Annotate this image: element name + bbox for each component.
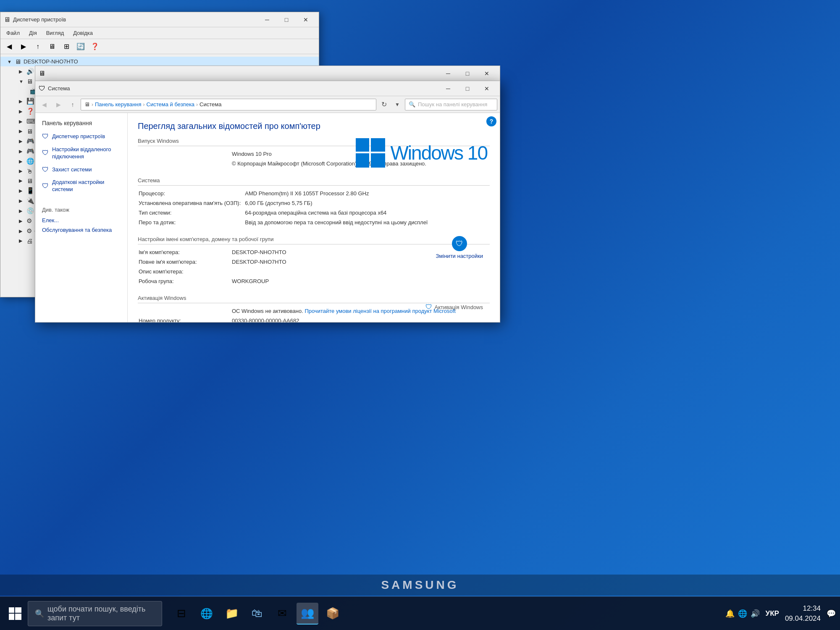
windows-version-cell <box>139 150 231 158</box>
taskbar-language[interactable]: УКР <box>766 609 779 618</box>
taskbar-mail-icon[interactable]: ✉ <box>271 603 293 625</box>
change-settings-button[interactable]: 🛡 Змінити настройки <box>436 236 483 260</box>
sys-outer-close-button[interactable]: ✕ <box>477 66 496 81</box>
processor-value: AMD Phenom(tm) II X6 1055T Processor 2.8… <box>245 189 489 198</box>
breadcrumb-control-panel[interactable]: Панель керування <box>95 101 142 108</box>
sidebar-link-protection-label: Захист системи <box>52 166 92 173</box>
addr-forward-button[interactable]: ▶ <box>52 99 65 110</box>
expand-icon: ▶ <box>19 198 24 204</box>
ram-value: 6,00 ГБ (доступно 5,75 ГБ) <box>245 199 489 207</box>
table-row: Тип системи: 64-розрядна операційна сист… <box>139 208 489 217</box>
system-section: Система Процесор: AMD Phenom(tm) II X6 1… <box>138 177 490 228</box>
dm-menu-file[interactable]: Файл <box>2 28 24 38</box>
sys-outer-maximize-button[interactable]: □ <box>458 66 477 81</box>
ports-icon: 🔌 <box>26 197 34 205</box>
sidebar-link-protection[interactable]: 🛡 Захист системи <box>35 163 127 177</box>
activation-title: Активація Windows <box>138 295 490 303</box>
program-icon: 💿 <box>26 207 34 215</box>
activation-watermark-text: Активація Windows <box>435 304 483 310</box>
sidebar-link-remote-label: Настройки віддаленого підключення <box>52 146 121 160</box>
taskbar-edge-icon[interactable]: 🌐 <box>196 603 218 625</box>
computer-desc-label: Опис комп'ютера: <box>139 267 231 276</box>
dm-properties-button[interactable]: ⊞ <box>60 41 73 52</box>
dm-maximize-button[interactable]: □ <box>277 12 296 27</box>
svg-rect-3 <box>371 153 385 168</box>
addr-refresh-button[interactable]: ↻ <box>378 99 390 110</box>
taskbar-app2-icon[interactable]: 📦 <box>322 603 344 625</box>
time-display: 12:34 <box>785 604 821 614</box>
sidebar-link-dm-label: Диспетчер пристроїв <box>52 133 105 140</box>
taskbar-store-icon[interactable]: 🛍 <box>246 603 268 625</box>
taskbar-app1-icon[interactable]: 👥 <box>297 603 318 625</box>
dm-menu-view[interactable]: Вигляд <box>42 28 68 38</box>
dm-back-button[interactable]: ◀ <box>3 41 16 52</box>
start-button[interactable] <box>4 603 26 625</box>
sidebar-see-also-item1[interactable]: Елек... <box>35 215 127 225</box>
advanced-shield-icon: 🛡 <box>42 182 49 191</box>
expand-icon: ▶ <box>19 139 24 144</box>
network-icon: 🌐 <box>26 158 34 165</box>
dm-menu-help[interactable]: Довідка <box>69 28 97 38</box>
sidebar-see-also-header: Див. також <box>35 204 127 215</box>
dm-up-button[interactable]: ↑ <box>32 41 44 52</box>
dm-tree-root[interactable]: ▼ 🖥 DESKTOP-NHO7HTO <box>0 57 319 66</box>
system-type-value: 64-розрядна операційна система на базі п… <box>245 208 489 217</box>
addr-search[interactable]: 🔍 Пошук на панелі керування <box>405 99 497 110</box>
computer-name-label: Ім'я комп'ютера: <box>139 248 231 257</box>
monitor-icon: 🖥 <box>26 177 33 184</box>
sys-addressbar: ◀ ▶ ↑ 🖥 › Панель керування › Система й б… <box>35 96 500 113</box>
taskbar-explorer-icon[interactable]: 📁 <box>221 603 243 625</box>
sys-outer-minimize-button[interactable]: ─ <box>438 66 458 81</box>
dm-minimize-button[interactable]: ─ <box>257 12 277 27</box>
sidebar-link-advanced[interactable]: 🛡 Додаткові настройки системи <box>35 176 127 196</box>
sidebar-link-device-manager[interactable]: 🛡 Диспетчер пристроїв <box>35 130 127 144</box>
table-row: Перо та дотик: Ввід за допомогою пера та… <box>139 218 489 227</box>
network-status-icon[interactable]: 🌐 <box>738 609 747 618</box>
ram-label: Установлена оперативна пам'ять (ОЗП): <box>139 199 244 207</box>
sys-outer-controls: ─ □ ✕ <box>438 66 496 81</box>
expand-icon: ▶ <box>19 119 24 124</box>
dm-computer-button[interactable]: 🖥 <box>46 41 58 52</box>
computer-icon: 🖥 <box>15 58 21 65</box>
sys-minimize-button[interactable]: ─ <box>438 81 458 96</box>
sidebar-see-also-item2[interactable]: Обслуговування та безпека <box>35 225 127 235</box>
addr-up-button[interactable]: ↑ <box>66 99 79 110</box>
sys-content: Панель керування 🛡 Диспетчер пристроїв 🛡… <box>35 113 500 322</box>
expand-icon: ▶ <box>19 178 24 184</box>
notification-center-icon[interactable]: 💬 <box>827 609 836 618</box>
activation-shield-icon: 🛡 <box>425 303 432 311</box>
taskbar: 🔍 щоби почати пошук, введіть запит тут ⊟… <box>0 596 840 630</box>
taskbar-task-view[interactable]: ⊟ <box>171 603 192 625</box>
keyboard-icon: ⌨ <box>26 118 36 125</box>
expand-icon: ▶ <box>19 149 24 154</box>
sys-maximize-button[interactable]: □ <box>458 81 477 96</box>
notification-icon[interactable]: 🔔 <box>725 609 735 618</box>
addr-back-button[interactable]: ◀ <box>38 99 50 110</box>
taskbar-time: 12:34 09.04.2024 <box>785 604 821 624</box>
breadcrumb-home-icon: 🖥 <box>84 101 90 108</box>
svg-rect-1 <box>371 138 385 152</box>
system-window: 🛡 Система ─ □ ✕ ◀ ▶ ↑ 🖥 › Панель керуван… <box>35 81 500 323</box>
taskbar-search[interactable]: 🔍 щоби почати пошук, введіть запит тут <box>28 601 162 626</box>
computer-icon: 🖥 <box>26 128 33 135</box>
portable-icon: 📱 <box>26 187 34 194</box>
svg-rect-2 <box>356 153 369 168</box>
sound-icon[interactable]: 🔊 <box>751 609 760 618</box>
disk-icon: 💾 <box>26 97 34 105</box>
sys-close-button[interactable]: ✕ <box>477 81 496 96</box>
mouse-icon: 🖱 <box>26 168 33 175</box>
taskbar-right: 🔔 🌐 🔊 УКР 12:34 09.04.2024 💬 <box>725 604 836 624</box>
dm-forward-button[interactable]: ▶ <box>17 41 30 52</box>
pen-touch-value: Ввід за допомогою пера та сенсорний ввід… <box>245 218 489 227</box>
addr-dropdown-button[interactable]: ▼ <box>391 99 403 110</box>
addr-breadcrumb[interactable]: 🖥 › Панель керування › Система й безпека… <box>81 99 376 110</box>
protection-shield-icon: 🛡 <box>42 165 49 174</box>
dm-close-button[interactable]: ✕ <box>296 12 315 27</box>
help-button[interactable]: ? <box>486 116 496 126</box>
dm-help-button[interactable]: ❓ <box>89 41 101 52</box>
svg-rect-7 <box>15 614 21 620</box>
dm-update-button[interactable]: 🔄 <box>74 41 87 52</box>
breadcrumb-system-security[interactable]: Система й безпека <box>147 101 195 108</box>
sidebar-link-remote[interactable]: 🛡 Настройки віддаленого підключення <box>35 144 127 163</box>
dm-menu-action[interactable]: Дія <box>25 28 41 38</box>
